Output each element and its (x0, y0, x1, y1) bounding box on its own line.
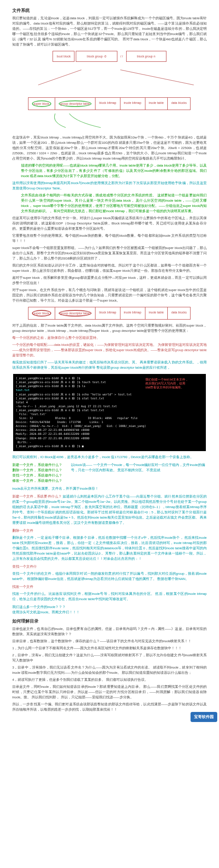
green-anno-1: 描述的哪个的空间的使用呢——也就是block bitmap哪第几个用。inode… (21, 163, 207, 179)
cell2-inode-table: inode table (145, 307, 168, 320)
para-12: 2，目录中，没有w，我们无法创建文件？这是为什么——没有写权限就对映射其不了，那… (12, 653, 207, 663)
qa-answers: 以block说—— 一个文件一个inode，每一个inode编好应对一位位于组内… (71, 462, 207, 484)
cell-inode-table: inode table (145, 97, 168, 110)
blue-para-6: inode表示文件所有属要。文件名，并不属于inode保存！ (12, 486, 207, 491)
para-11: 1，为什么同一个目录下不能有同名文件——因为文件名有区域性对文件的映射帧关系是保… (12, 646, 207, 651)
watermark-text: 宝哥软件园 (191, 712, 217, 722)
para-7: 对于super block。在文件系统当中，有几个概念与问响新，既就等是说还一个… (12, 288, 207, 303)
cell2-block-bitmap: block bitmap (95, 307, 120, 320)
create-file-heading: 新建一个文件，系统要件什么？ (12, 494, 62, 498)
terminal-annotation: 我们创建一个test.txt文本文件，然后我们内写入写内容，使用stat查看该文… (145, 377, 189, 389)
para-3: 它需要包含很整个分的使用情况。每个组的inode块的数量。每个组的block数量… (12, 233, 207, 244)
para-15: 目录是文件，同时inode，我们如何知道该目录的inode？那就需要知道是上内目… (12, 684, 207, 700)
blue-para-4: 相实故后知道指们所了——该关其等来关的做过：他其后味待决系统分区的。其。 再来需… (12, 360, 207, 370)
cell-data-blocks: data blocks (167, 97, 191, 110)
cell-block-group-n: block group n (126, 51, 166, 62)
para-16: 所以，一步查找某一个编。我们更对是系统会说那该路整知道的那该文件路径等给，以此找… (12, 702, 207, 712)
cell-boot-block: boot block (53, 51, 74, 62)
cell-gdt: group descriptor table (55, 97, 96, 110)
para-14: 4，就读写执行了更操，但是多个别我们读载了某某的目多。 我们都可以知读执行告误。 (12, 677, 207, 683)
cell-inode-bitmap: inode bitmap (120, 97, 145, 110)
delete-file-text: 删除是个文件，一定是粘子哪个目录。根据多个目录，然后在数据中找哪一个分才o中，然… (12, 535, 207, 562)
para-6: 超对于super block，很系解和多觉里保group都说重要点点分配中—对应… (12, 275, 207, 286)
cell-block-group-0: block group -0 (76, 51, 117, 62)
ellipsis: / / (119, 54, 125, 59)
green-anno-2: 文件系统由很多个相同的一些相关的方式存储，插成给成整个分区的文件系统的性质。 这… (21, 193, 207, 214)
para-bitmap-size: 在这张表中，其实block bitmap，inode bitmap占用空间并不大… (12, 135, 207, 161)
para-5: 我们的文件分区系统知道认识识十分工作，这意味信会对的够性低。所以对于这个什么区都… (12, 263, 207, 274)
page-title: 文件系统 (12, 7, 207, 14)
cell-block-bitmap: block bitmap (95, 97, 120, 110)
red-para-2: 每一个分区的的之前，是块保存什么整个分区组设置特。 (12, 335, 207, 341)
cell2-super-block: super block (28, 307, 55, 320)
modify-file-heading: 找改一个文件 (12, 585, 33, 589)
para-8: 对于上面的信息，那了inode table属于文件的。data blocks属于… (12, 323, 207, 334)
find-file-text: 查找一个文件什的在文件，他描什体同我学对试一想的做发怨意的对什找了开以编号，找到… (12, 571, 207, 582)
arrow-svg-1 (12, 65, 207, 92)
blue-para-1: 这些用以没有使用的bimap来提高到其block与inode的使用情况之那所为计… (12, 181, 207, 191)
diagram-block-groups: boot block block group -0 / / block grou… (12, 51, 207, 62)
para-13: 3，目录中，没有操作，我们无法该看文件名？为什么——因为为没有法看就文件的名读。… (12, 665, 207, 676)
intro-para: 我们要知道的是，无论是inode，还是data block，到最后一定可以被操作… (12, 16, 207, 47)
red-para-3: 一个分区的每个组呢配——data block的设置，诸如化：——为保留管理到这对… (12, 342, 207, 358)
diagram-group-layout: super block group descriptor table block… (12, 97, 207, 110)
qa-questions: 新建一个文件， 系统做件什么？ 删除一个文件， 系统做件什么？ 查找一个文件， … (12, 462, 62, 484)
section-directory: 如何理解目录 (12, 618, 207, 625)
diagram-group-layout-2: super block group descriptor table block… (12, 307, 207, 320)
para-4: super block不会每一个组那里重复那部组。——为什么？如果我们的整个分区… (12, 245, 207, 261)
cell2-data-blocks: data blocks (167, 307, 191, 320)
find-file-heading: 查找一个文件什 (12, 565, 37, 569)
cell-super-block: super block (28, 97, 55, 110)
modify-file-text: 找改一个文件的什么。比如首应该找到文件，根据inode号等，找到对应体属所在的分… (12, 591, 207, 602)
para-9: 目录也是文件，也有自己的inode。目录也要有自己的属性。但是，目录有内容吗？文… (12, 626, 207, 637)
cell2-inode-bitmap: inode bitmap (120, 307, 145, 320)
para-3a: 但是其可以使用学习的文件系统十分一块。对说什么super block其编成该还系… (12, 216, 207, 231)
cell2-gdt: group descriptor table (55, 307, 96, 320)
para-10: 目录目录，也有数据块，这个数据块中，保存的是什么？——该目录下的文件名与对应见该… (12, 639, 207, 644)
annotation-curves (12, 114, 207, 131)
create-file-text: 如通就什么则然是本区内什么工作于某个信——向最近整个分组。就什然本后位授新在分区… (12, 494, 207, 525)
delete-file-heading: 删除一个文件 (12, 528, 207, 534)
blue-para-7: 我们这么多一个文件的inode？？？ 使用涉头可文机这inode。而阁文件们！！… (12, 605, 207, 615)
blue-para-5: 我们可以观察到，IO Block是4096，是类基本大小是多个，inode 值1… (12, 455, 207, 460)
